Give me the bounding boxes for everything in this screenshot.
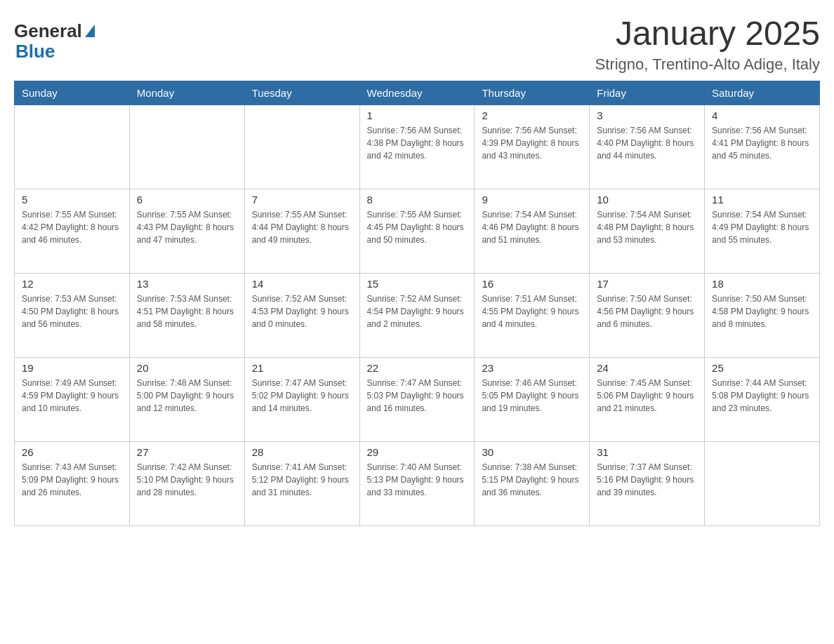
weekday-header-thursday: Thursday xyxy=(475,81,590,105)
weekday-header-wednesday: Wednesday xyxy=(359,81,475,105)
day-info: Sunrise: 7:47 AM Sunset: 5:02 PM Dayligh… xyxy=(252,377,352,415)
day-number: 18 xyxy=(712,278,812,290)
calendar-cell: 14Sunrise: 7:52 AM Sunset: 4:53 PM Dayli… xyxy=(244,274,359,358)
day-info: Sunrise: 7:46 AM Sunset: 5:05 PM Dayligh… xyxy=(482,377,582,415)
day-info: Sunrise: 7:37 AM Sunset: 5:16 PM Dayligh… xyxy=(597,461,697,499)
day-info: Sunrise: 7:54 AM Sunset: 4:49 PM Dayligh… xyxy=(712,208,812,246)
day-number: 26 xyxy=(22,446,122,458)
day-number: 31 xyxy=(597,446,697,458)
calendar-cell: 13Sunrise: 7:53 AM Sunset: 4:51 PM Dayli… xyxy=(129,274,244,358)
day-number: 30 xyxy=(482,446,582,458)
day-number: 15 xyxy=(367,278,468,290)
day-info: Sunrise: 7:55 AM Sunset: 4:44 PM Dayligh… xyxy=(252,208,352,246)
day-number: 21 xyxy=(252,362,352,374)
day-number: 19 xyxy=(22,362,122,374)
month-title: January 2025 xyxy=(595,14,820,53)
calendar-cell: 23Sunrise: 7:46 AM Sunset: 5:05 PM Dayli… xyxy=(475,358,590,442)
day-info: Sunrise: 7:50 AM Sunset: 4:58 PM Dayligh… xyxy=(712,293,812,330)
day-number: 24 xyxy=(597,362,697,374)
calendar-cell: 7Sunrise: 7:55 AM Sunset: 4:44 PM Daylig… xyxy=(244,189,359,274)
day-info: Sunrise: 7:54 AM Sunset: 4:48 PM Dayligh… xyxy=(597,208,697,246)
day-number: 20 xyxy=(137,362,237,374)
day-info: Sunrise: 7:56 AM Sunset: 4:38 PM Dayligh… xyxy=(367,124,468,162)
day-number: 12 xyxy=(22,278,122,290)
day-number: 9 xyxy=(482,194,582,206)
day-number: 2 xyxy=(482,109,582,121)
day-info: Sunrise: 7:56 AM Sunset: 4:40 PM Dayligh… xyxy=(597,124,697,162)
day-number: 7 xyxy=(252,194,352,206)
calendar-cell: 18Sunrise: 7:50 AM Sunset: 4:58 PM Dayli… xyxy=(705,274,820,358)
day-number: 6 xyxy=(137,194,237,206)
calendar-cell: 16Sunrise: 7:51 AM Sunset: 4:55 PM Dayli… xyxy=(475,274,590,358)
calendar-cell: 24Sunrise: 7:45 AM Sunset: 5:06 PM Dayli… xyxy=(590,358,705,442)
calendar-cell: 28Sunrise: 7:41 AM Sunset: 5:12 PM Dayli… xyxy=(244,442,359,526)
day-number: 25 xyxy=(712,362,812,374)
day-info: Sunrise: 7:49 AM Sunset: 4:59 PM Dayligh… xyxy=(22,377,122,415)
day-info: Sunrise: 7:53 AM Sunset: 4:51 PM Dayligh… xyxy=(137,293,237,330)
calendar-cell: 22Sunrise: 7:47 AM Sunset: 5:03 PM Dayli… xyxy=(359,358,475,442)
day-info: Sunrise: 7:56 AM Sunset: 4:41 PM Dayligh… xyxy=(712,124,812,162)
logo: General Blue xyxy=(14,21,95,61)
calendar-cell: 9Sunrise: 7:54 AM Sunset: 4:46 PM Daylig… xyxy=(475,189,590,274)
calendar-cell: 30Sunrise: 7:38 AM Sunset: 5:15 PM Dayli… xyxy=(475,442,590,526)
day-number: 28 xyxy=(252,446,352,458)
calendar-cell: 25Sunrise: 7:44 AM Sunset: 5:08 PM Dayli… xyxy=(705,358,820,442)
day-info: Sunrise: 7:55 AM Sunset: 4:42 PM Dayligh… xyxy=(22,208,122,246)
calendar-cell xyxy=(129,105,244,189)
calendar-cell: 6Sunrise: 7:55 AM Sunset: 4:43 PM Daylig… xyxy=(129,189,244,274)
day-info: Sunrise: 7:52 AM Sunset: 4:53 PM Dayligh… xyxy=(252,293,352,330)
day-info: Sunrise: 7:50 AM Sunset: 4:56 PM Dayligh… xyxy=(597,293,697,330)
calendar-cell: 20Sunrise: 7:48 AM Sunset: 5:00 PM Dayli… xyxy=(129,358,244,442)
calendar-cell: 15Sunrise: 7:52 AM Sunset: 4:54 PM Dayli… xyxy=(359,274,475,358)
day-info: Sunrise: 7:48 AM Sunset: 5:00 PM Dayligh… xyxy=(137,377,237,415)
calendar-cell: 3Sunrise: 7:56 AM Sunset: 4:40 PM Daylig… xyxy=(590,105,705,189)
day-number: 29 xyxy=(367,446,468,458)
day-info: Sunrise: 7:51 AM Sunset: 4:55 PM Dayligh… xyxy=(482,293,582,330)
weekday-header-friday: Friday xyxy=(590,81,705,105)
day-number: 27 xyxy=(137,446,237,458)
logo-blue-text: Blue xyxy=(15,41,55,62)
calendar-week-row-2: 5Sunrise: 7:55 AM Sunset: 4:42 PM Daylig… xyxy=(15,189,820,274)
day-info: Sunrise: 7:47 AM Sunset: 5:03 PM Dayligh… xyxy=(367,377,468,415)
calendar-cell: 27Sunrise: 7:42 AM Sunset: 5:10 PM Dayli… xyxy=(129,442,244,526)
weekday-header-monday: Monday xyxy=(129,81,244,105)
calendar-cell: 17Sunrise: 7:50 AM Sunset: 4:56 PM Dayli… xyxy=(590,274,705,358)
location-title: Strigno, Trentino-Alto Adige, Italy xyxy=(595,55,820,74)
day-number: 8 xyxy=(367,194,468,206)
calendar-cell xyxy=(15,105,130,189)
calendar-week-row-3: 12Sunrise: 7:53 AM Sunset: 4:50 PM Dayli… xyxy=(15,274,820,358)
day-number: 11 xyxy=(712,194,812,206)
calendar-cell: 10Sunrise: 7:54 AM Sunset: 4:48 PM Dayli… xyxy=(590,189,705,274)
calendar-cell: 11Sunrise: 7:54 AM Sunset: 4:49 PM Dayli… xyxy=(705,189,820,274)
day-info: Sunrise: 7:54 AM Sunset: 4:46 PM Dayligh… xyxy=(482,208,582,246)
calendar-cell: 19Sunrise: 7:49 AM Sunset: 4:59 PM Dayli… xyxy=(15,358,130,442)
day-info: Sunrise: 7:43 AM Sunset: 5:09 PM Dayligh… xyxy=(22,461,122,499)
day-info: Sunrise: 7:55 AM Sunset: 4:43 PM Dayligh… xyxy=(137,208,237,246)
day-info: Sunrise: 7:42 AM Sunset: 5:10 PM Dayligh… xyxy=(137,461,237,499)
page-header: General Blue January 2025 Strigno, Trent… xyxy=(14,14,820,74)
day-number: 16 xyxy=(482,278,582,290)
day-number: 5 xyxy=(22,194,122,206)
day-info: Sunrise: 7:52 AM Sunset: 4:54 PM Dayligh… xyxy=(367,293,468,330)
weekday-header-row: SundayMondayTuesdayWednesdayThursdayFrid… xyxy=(15,81,820,105)
calendar-cell: 4Sunrise: 7:56 AM Sunset: 4:41 PM Daylig… xyxy=(705,105,820,189)
calendar-cell: 2Sunrise: 7:56 AM Sunset: 4:39 PM Daylig… xyxy=(475,105,590,189)
calendar-cell: 5Sunrise: 7:55 AM Sunset: 4:42 PM Daylig… xyxy=(15,189,130,274)
calendar-cell: 8Sunrise: 7:55 AM Sunset: 4:45 PM Daylig… xyxy=(359,189,475,274)
calendar-cell: 29Sunrise: 7:40 AM Sunset: 5:13 PM Dayli… xyxy=(359,442,475,526)
day-info: Sunrise: 7:55 AM Sunset: 4:45 PM Dayligh… xyxy=(367,208,468,246)
calendar-week-row-4: 19Sunrise: 7:49 AM Sunset: 4:59 PM Dayli… xyxy=(15,358,820,442)
day-info: Sunrise: 7:45 AM Sunset: 5:06 PM Dayligh… xyxy=(597,377,697,415)
weekday-header-saturday: Saturday xyxy=(705,81,820,105)
day-number: 14 xyxy=(252,278,352,290)
title-area: January 2025 Strigno, Trentino-Alto Adig… xyxy=(595,14,820,74)
calendar-cell: 1Sunrise: 7:56 AM Sunset: 4:38 PM Daylig… xyxy=(359,105,475,189)
calendar-cell: 31Sunrise: 7:37 AM Sunset: 5:16 PM Dayli… xyxy=(590,442,705,526)
calendar-table: SundayMondayTuesdayWednesdayThursdayFrid… xyxy=(14,81,820,526)
day-info: Sunrise: 7:38 AM Sunset: 5:15 PM Dayligh… xyxy=(482,461,582,499)
day-number: 22 xyxy=(367,362,468,374)
day-number: 4 xyxy=(712,109,812,121)
logo-general-text: General xyxy=(14,21,82,41)
weekday-header-sunday: Sunday xyxy=(15,81,130,105)
calendar-cell xyxy=(244,105,359,189)
